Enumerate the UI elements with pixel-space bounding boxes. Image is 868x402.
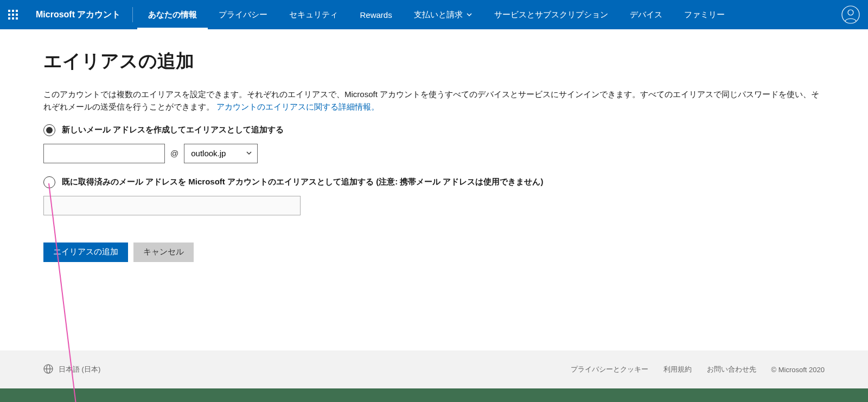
domain-select[interactable]: outlook.jp — [184, 144, 258, 163]
svg-rect-1 — [12, 10, 14, 12]
svg-rect-0 — [8, 10, 10, 12]
globe-icon — [43, 364, 53, 375]
footer: 日本語 (日本) プライバシーとクッキー 利用規約 お問い合わせ先 © Micr… — [0, 350, 868, 388]
brand-title[interactable]: Microsoft アカウント — [26, 9, 132, 21]
cancel-button[interactable]: キャンセル — [133, 243, 194, 262]
nav-devices[interactable]: デバイス — [619, 0, 673, 29]
locale-selector[interactable]: 日本語 (日本) — [59, 365, 100, 374]
radio-existing[interactable] — [43, 176, 55, 188]
profile-icon[interactable] — [840, 4, 861, 25]
nav: あなたの情報 プライバシー セキュリティ Rewards 支払いと請求 サービス… — [137, 0, 735, 29]
nav-label: サービスとサブスクリプション — [494, 10, 608, 20]
nav-privacy[interactable]: プライバシー — [208, 0, 278, 29]
svg-point-10 — [848, 10, 853, 15]
page-description: このアカウントでは複数のエイリアスを設定できます。それぞれのエイリアスで、Mic… — [43, 88, 825, 113]
footer-privacy-link[interactable]: プライバシーとクッキー — [571, 365, 648, 374]
nav-label: ファミリー — [684, 10, 725, 20]
at-sign: @ — [170, 149, 178, 158]
option-create-new: 新しいメール アドレスを作成してエイリアスとして追加する @ outlook.j… — [43, 124, 825, 163]
nav-security[interactable]: セキュリティ — [278, 0, 349, 29]
footer-copyright: © Microsoft 2020 — [771, 366, 825, 374]
header: Microsoft アカウント あなたの情報 プライバシー セキュリティ Rew… — [0, 0, 868, 29]
nav-label: あなたの情報 — [148, 10, 197, 20]
main-content: エイリアスの追加 このアカウントでは複数のエイリアスを設定できます。それぞれのエ… — [0, 29, 868, 262]
nav-label: プライバシー — [219, 10, 267, 20]
description-text: このアカウントでは複数のエイリアスを設定できます。それぞれのエイリアスで、Mic… — [43, 90, 819, 111]
chevron-down-icon — [466, 10, 473, 20]
nav-your-info[interactable]: あなたの情報 — [137, 0, 208, 29]
svg-rect-4 — [12, 14, 14, 16]
radio-existing-label: 既に取得済みのメール アドレスを Microsoft アカウントのエイリアスとし… — [62, 177, 544, 187]
nav-family[interactable]: ファミリー — [673, 0, 736, 29]
page-title: エイリアスの追加 — [43, 49, 825, 74]
bottom-bar — [0, 388, 868, 402]
nav-rewards[interactable]: Rewards — [349, 0, 403, 29]
nav-services[interactable]: サービスとサブスクリプション — [483, 0, 619, 29]
nav-payment[interactable]: 支払いと請求 — [403, 0, 483, 29]
svg-rect-6 — [8, 17, 10, 20]
svg-rect-7 — [12, 17, 14, 20]
svg-rect-3 — [8, 14, 10, 16]
existing-email-input[interactable] — [43, 196, 301, 215]
option-existing: 既に取得済みのメール アドレスを Microsoft アカウントのエイリアスとし… — [43, 176, 825, 235]
domain-selected-value: outlook.jp — [191, 149, 226, 158]
nav-label: デバイス — [630, 10, 662, 20]
svg-rect-2 — [16, 10, 18, 12]
nav-label: Rewards — [360, 10, 392, 20]
radio-create-new[interactable] — [43, 124, 55, 136]
new-email-local-input[interactable] — [43, 144, 165, 163]
alias-info-link[interactable]: アカウントのエイリアスに関する詳細情報。 — [216, 102, 379, 111]
svg-point-9 — [842, 6, 859, 23]
svg-rect-5 — [16, 14, 18, 16]
radio-create-new-label: 新しいメール アドレスを作成してエイリアスとして追加する — [62, 125, 284, 135]
svg-rect-8 — [16, 17, 18, 20]
app-launcher-icon[interactable] — [0, 0, 26, 29]
add-alias-button[interactable]: エイリアスの追加 — [43, 243, 128, 262]
footer-contact-link[interactable]: お問い合わせ先 — [707, 365, 756, 374]
nav-divider — [132, 7, 133, 22]
nav-label: セキュリティ — [289, 10, 338, 20]
footer-terms-link[interactable]: 利用規約 — [663, 365, 692, 374]
nav-label: 支払いと請求 — [414, 10, 463, 20]
button-row: エイリアスの追加 キャンセル — [43, 243, 825, 262]
